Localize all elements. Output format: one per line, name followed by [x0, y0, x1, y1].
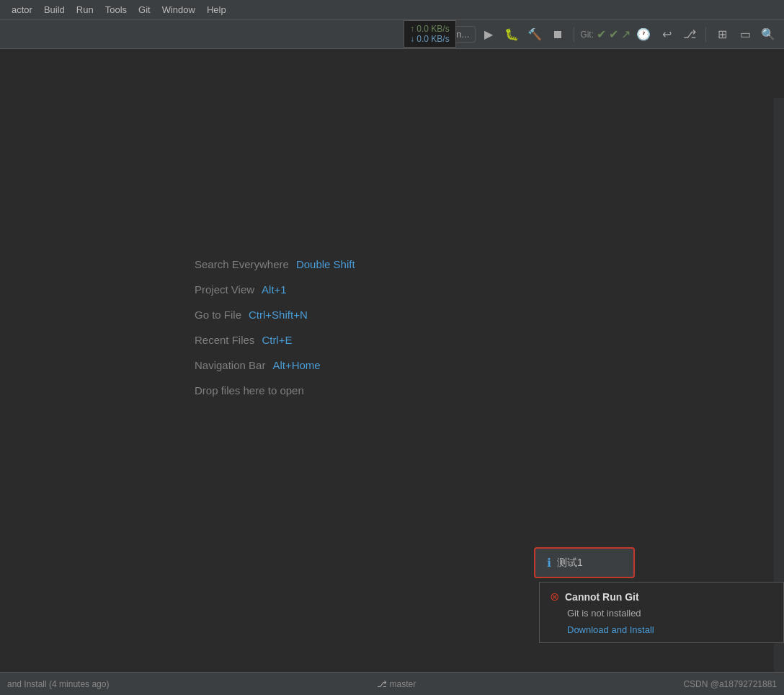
minimize-button[interactable]: ▭ — [735, 25, 755, 45]
project-label: Project View — [195, 283, 254, 296]
branch-indicator[interactable]: ⎇ master — [377, 679, 416, 689]
git-error-subtitle: Git is not installed — [540, 608, 783, 621]
git-error-title: Cannot Run Git — [565, 591, 639, 603]
recent-label: Recent Files — [195, 334, 254, 346]
menu-tools[interactable]: Tools — [99, 3, 133, 17]
nav-label: Navigation Bar — [195, 359, 265, 371]
main-content: Search Everywhere Double Shift Project V… — [0, 49, 784, 672]
branch-name: master — [390, 679, 416, 689]
notification-title: 测试1 — [557, 557, 583, 570]
toolbar: iguration... ▶ 🐛 🔨 ⏹ Git: ✔ ✔ ↗ 🕐 ↩ ⎇ ⊞ … — [0, 20, 784, 49]
recent-key: Ctrl+E — [262, 334, 292, 346]
notification-card[interactable]: ℹ 测试1 — [534, 547, 635, 578]
separator1 — [574, 27, 574, 42]
project-key: Alt+1 — [262, 283, 287, 296]
toolbar-controls: ▶ 🐛 🔨 ⏹ Git: ✔ ✔ ↗ 🕐 ↩ ⎇ ⊞ ▭ 🔍 — [478, 25, 778, 45]
status-bar: and Install (4 minutes ago) ⎇ master CSD… — [0, 672, 784, 695]
stop-button[interactable]: ⏹ — [548, 25, 568, 45]
menu-bar: actor Build Run Tools Git Window Help — [0, 0, 784, 20]
git-arrow: ↗ — [621, 27, 631, 41]
menu-window[interactable]: Window — [156, 3, 201, 17]
shortcut-recent: Recent Files Ctrl+E — [195, 334, 355, 346]
git-check1: ✔ — [597, 27, 606, 41]
search-label: Search Everywhere — [195, 258, 289, 270]
shortcut-nav: Navigation Bar Alt+Home — [195, 359, 355, 371]
shortcuts-panel: Search Everywhere Double Shift Project V… — [195, 258, 355, 397]
git-history[interactable]: 🕐 — [633, 25, 654, 45]
menu-help[interactable]: Help — [201, 3, 232, 17]
status-right-text: CSDN @a18792721881 — [683, 679, 777, 689]
configuration-button[interactable]: iguration... — [419, 26, 476, 43]
error-icon: ⊗ — [550, 590, 559, 603]
drop-files: Drop files here to open — [195, 384, 355, 397]
status-left-text: and Install (4 minutes ago) — [7, 679, 109, 689]
goto-label: Go to File — [195, 309, 241, 321]
git-branches[interactable]: ⎇ — [680, 25, 700, 45]
debug-button[interactable]: 🐛 — [502, 25, 522, 45]
git-revert[interactable]: ↩ — [656, 25, 677, 45]
git-error-header: ⊗ Cannot Run Git — [540, 583, 783, 608]
git-error-popup: ⊗ Cannot Run Git Git is not installed Do… — [539, 582, 784, 643]
separator2 — [705, 27, 706, 42]
shortcut-project: Project View Alt+1 — [195, 283, 355, 296]
layout-button[interactable]: ⊞ — [712, 25, 732, 45]
run-button[interactable]: ▶ — [478, 25, 499, 45]
goto-key: Ctrl+Shift+N — [249, 309, 308, 321]
menu-build[interactable]: Build — [38, 3, 71, 17]
build-button[interactable]: 🔨 — [525, 25, 545, 45]
nav-key: Alt+Home — [272, 359, 320, 371]
search-button[interactable]: 🔍 — [758, 25, 778, 45]
menu-git[interactable]: Git — [133, 3, 156, 17]
shortcut-search: Search Everywhere Double Shift — [195, 258, 355, 270]
branch-icon: ⎇ — [377, 679, 387, 689]
shortcut-goto: Go to File Ctrl+Shift+N — [195, 309, 355, 321]
info-icon: ℹ — [547, 556, 551, 570]
download-install-link[interactable]: Download and Install — [540, 621, 783, 642]
git-label: Git: — [580, 30, 594, 40]
menu-actor[interactable]: actor — [6, 3, 38, 17]
search-key: Double Shift — [296, 258, 355, 270]
git-check2: ✔ — [609, 27, 618, 41]
menu-run[interactable]: Run — [71, 3, 99, 17]
